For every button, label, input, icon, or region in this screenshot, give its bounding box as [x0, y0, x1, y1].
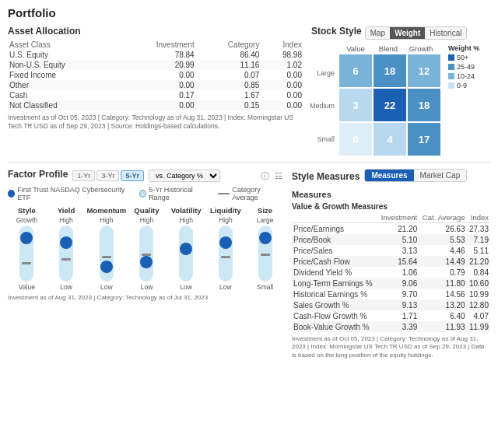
measures-col-index: Index: [467, 212, 490, 223]
factor-track: [59, 226, 73, 282]
factor-col: LiquidityHighLow: [207, 206, 245, 291]
table-row: Historical Earnings %9.7014.5610.99: [292, 289, 490, 299]
asset-allocation-section: Asset Allocation Asset Class Investment …: [8, 26, 303, 156]
factor-main-dot: [140, 256, 153, 268]
col-label-value: Value: [339, 44, 372, 53]
asset-allocation-title: Asset Allocation: [8, 26, 303, 37]
asset-allocation-table: Asset Class Investment Category Index U.…: [8, 40, 303, 110]
table-row: Price/Cash Flow15.6414.4921.20: [292, 256, 490, 267]
aa-cell: 11.16: [196, 60, 261, 70]
measures-subsection: Value & Growth Measures: [292, 202, 490, 211]
measures-cell: 3.13: [377, 245, 419, 256]
stock-style-tab-historical[interactable]: Historical: [425, 27, 466, 39]
measures-col-catavg: Cat. Average: [419, 212, 466, 223]
measures-cell: 1.06: [377, 267, 419, 278]
factor-cat-dot: [22, 262, 31, 264]
measures-cell: Price/Sales: [292, 245, 377, 256]
stock-style-tab-map[interactable]: Map: [366, 27, 390, 39]
factor-track: [139, 226, 153, 282]
style-cell: 22: [374, 89, 406, 121]
factor-top-label: Large: [257, 216, 274, 224]
aa-cell: 78.84: [118, 50, 195, 60]
factor-col-label: Size: [258, 206, 272, 215]
measures-tab-marketcap[interactable]: Market Cap: [414, 170, 467, 181]
table-row: Cash-Flow Growth %1.716.404.07: [292, 310, 490, 321]
aa-col-assetclass: Asset Class: [8, 40, 118, 50]
factor-main-dot: [20, 232, 33, 244]
measures-subtitle: Measures: [292, 190, 490, 199]
factor-bottom-label: Low: [141, 283, 153, 291]
factor-table-icon[interactable]: ☷: [273, 170, 284, 181]
style-cell: 0: [339, 123, 372, 156]
aa-cell: 1.67: [196, 90, 261, 100]
aa-col-category: Category: [196, 40, 261, 50]
table-row: Long-Term Earnings %9.0611.8010.60: [292, 278, 490, 289]
factor-col-label: Quality: [134, 206, 159, 215]
factor-tab-3yr[interactable]: 3-Yr: [96, 170, 119, 181]
factor-col: YieldHighLow: [47, 206, 86, 291]
measures-cell: 7.19: [467, 234, 490, 245]
aa-cell: 0.85: [196, 80, 261, 90]
stock-style-tab-weight[interactable]: Weight: [390, 27, 425, 39]
aa-cell: U.S. Equity: [8, 50, 118, 60]
aa-cell: 0.07: [196, 70, 261, 80]
measures-cell: Cash-Flow Growth %: [292, 310, 377, 321]
measures-tab-measures[interactable]: Measures: [365, 170, 413, 181]
table-row: Sales Growth %9.1313.2012.80: [292, 299, 490, 310]
factor-bottom-label: Low: [60, 283, 72, 291]
measures-cell: Long-Term Earnings %: [292, 278, 377, 289]
measures-tabs: Measures Market Cap: [364, 169, 467, 182]
factor-top-label: High: [59, 216, 72, 224]
measures-cell: Price/Book: [292, 234, 377, 245]
measures-cell: 13.20: [419, 299, 466, 310]
style-measures-title: Style Measures: [292, 171, 359, 182]
factor-top-label: High: [219, 216, 232, 224]
factor-main-dot: [219, 236, 232, 249]
factor-tab-1yr[interactable]: 1-Yr: [72, 170, 95, 181]
factor-bottom-label: Low: [100, 283, 113, 291]
table-row: Price/Sales3.134.465.11: [292, 245, 490, 256]
legend-etf-label: First Trust NASDAQ Cybersecurity ETF: [17, 186, 131, 201]
factor-main-dot: [100, 261, 113, 273]
factor-track: [219, 226, 233, 282]
measures-cell: 6.40: [419, 310, 466, 321]
aa-cell: 1.02: [261, 60, 303, 70]
factor-icons: ⓘ ☷: [259, 170, 284, 181]
factor-track: [179, 226, 193, 282]
measures-cell: 11.99: [467, 321, 490, 332]
factor-profile-section: Factor Profile 1-Yr 3-Yr 5-Yr vs. Catego…: [8, 169, 284, 359]
aa-cell: 20.99: [118, 60, 195, 70]
style-cell: 18: [408, 89, 440, 121]
factor-bottom-label: Value: [19, 283, 35, 291]
measures-col-name: [292, 212, 377, 223]
table-row: Price/Book5.105.537.19: [292, 234, 490, 245]
factor-track: [100, 226, 114, 282]
measures-cell: 0.84: [467, 267, 490, 278]
factor-top-label: High: [140, 216, 153, 224]
factor-main-dot: [60, 236, 72, 249]
measures-cell: 1.71: [377, 310, 419, 321]
factor-col-label: Liquidity: [210, 206, 241, 215]
factor-category-dropdown[interactable]: vs. Category %: [149, 170, 220, 182]
measures-cell: 4.46: [419, 245, 466, 256]
measures-col-investment: Investment: [377, 212, 419, 223]
measures-cell: Historical Earnings %: [292, 289, 377, 299]
measures-cell: 5.53: [419, 234, 466, 245]
measures-cell: 11.93: [419, 321, 466, 332]
measures-cell: 21.20: [467, 256, 490, 267]
factor-info-icon[interactable]: ⓘ: [259, 170, 270, 181]
factor-time-tabs: 1-Yr 3-Yr 5-Yr: [72, 170, 144, 181]
measures-table: Investment Cat. Average Index Price/Earn…: [292, 212, 490, 332]
legend-range-label: 5-Yr Historical Range: [149, 186, 210, 201]
legend-cat-label: Category Average: [232, 186, 284, 201]
measures-cell: 14.56: [419, 289, 466, 299]
stock-style-section: Stock Style Map Weight Historical Large …: [311, 26, 490, 156]
factor-tab-5yr[interactable]: 5-Yr: [121, 170, 144, 181]
factor-col: StyleGrowthValue: [8, 206, 46, 291]
legend-etf-dot: [8, 190, 15, 198]
aa-cell: Not Classified: [8, 100, 118, 110]
stock-style-header: Stock Style Map Weight Historical: [311, 26, 490, 40]
col-label-blend: Blend: [372, 44, 405, 53]
stock-style-title: Stock Style: [311, 26, 362, 37]
aa-cell: 0.17: [118, 90, 195, 100]
